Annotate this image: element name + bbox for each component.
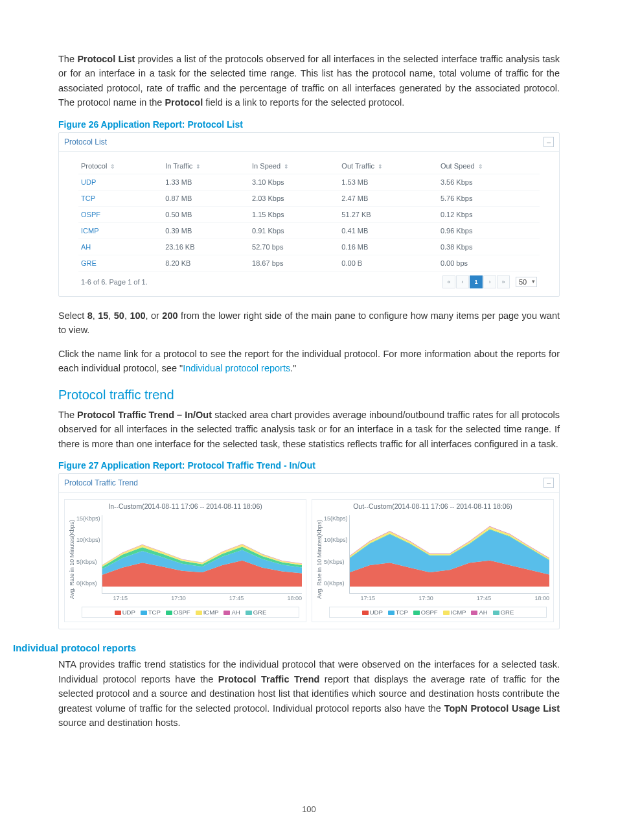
legend-item: UDP [362, 609, 383, 616]
table-row: AH23.16 KB52.70 bps0.16 MB0.38 Kbps [78, 239, 540, 255]
y-tick: 10(Kbps) [324, 537, 348, 543]
individual-reports-heading: Individual protocol reports [13, 642, 560, 653]
cell-out-traffic: 51.27 KB [339, 206, 438, 222]
figure27-caption: Figure 27 Application Report: Protocol T… [58, 460, 560, 471]
legend-swatch [196, 611, 202, 615]
protocol-link[interactable]: TCP [78, 190, 163, 206]
pager-next[interactable]: › [483, 275, 496, 288]
cell-out-traffic: 0.00 B [339, 255, 438, 271]
x-tick: 18:00 [287, 595, 302, 601]
column-header[interactable]: In Speed ⇕ [249, 158, 339, 174]
protocol-traffic-trend-panel: Protocol Traffic Trend – In--Custom(2014… [58, 473, 560, 629]
table-row: GRE8.20 KB18.67 bps0.00 B0.00 bps [78, 255, 540, 271]
legend-item: GRE [493, 609, 514, 616]
cell-out-traffic: 0.41 MB [339, 222, 438, 239]
chart-in: In--Custom(2014-08-11 17:06 -- 2014-08-1… [64, 499, 306, 622]
legend-swatch [246, 611, 252, 615]
cell-out-speed: 0.38 Kbps [438, 239, 540, 255]
legend-swatch [471, 611, 477, 615]
column-header[interactable]: Protocol ⇕ [78, 158, 163, 174]
pager-last[interactable]: » [497, 275, 510, 288]
table-row: OSPF0.50 MB1.15 Kbps51.27 KB0.12 Kbps [78, 206, 540, 222]
legend-item: AH [471, 609, 487, 616]
cell-in-traffic: 0.50 MB [163, 206, 249, 222]
cell-out-speed: 0.96 Kbps [438, 222, 540, 239]
trend-panel-title: Protocol Traffic Trend [64, 478, 138, 487]
individual-reports-link[interactable]: Individual protocol reports [183, 363, 290, 373]
legend-item: TCP [141, 609, 161, 616]
legend-swatch [166, 611, 172, 615]
y-tick: 5(Kbps) [324, 559, 348, 565]
sort-icon: ⇕ [378, 163, 382, 170]
cell-out-traffic: 1.53 MB [339, 174, 438, 190]
x-tick: 17:15 [113, 595, 128, 601]
x-tick: 18:00 [534, 595, 549, 601]
column-header[interactable]: Out Speed ⇕ [438, 158, 540, 174]
intro-paragraph: The Protocol List provides a list of the… [58, 52, 560, 110]
table-row: ICMP0.39 MB0.91 Kbps0.41 MB0.96 Kbps [78, 222, 540, 239]
cell-in-traffic: 8.20 KB [163, 255, 249, 271]
cell-out-traffic: 0.16 MB [339, 239, 438, 255]
cell-in-speed: 1.15 Kbps [249, 206, 339, 222]
legend-swatch [443, 611, 450, 615]
figure26-caption: Figure 26 Application Report: Protocol L… [58, 119, 560, 130]
x-tick: 17:45 [229, 595, 244, 601]
sort-icon: ⇕ [196, 163, 200, 170]
cell-out-speed: 3.56 Kbps [438, 174, 540, 190]
cell-out-speed: 0.00 bps [438, 255, 540, 271]
protocol-link[interactable]: OSPF [78, 206, 163, 222]
pager-current[interactable]: 1 [470, 275, 483, 288]
chart-out: Out--Custom(2014-08-11 17:06 -- 2014-08-… [312, 499, 554, 622]
page-number: 100 [0, 804, 618, 814]
legend-item: ICMP [443, 609, 466, 616]
table-row: UDP1.33 MB3.10 Kbps1.53 MB3.56 Kbps [78, 174, 540, 190]
sort-icon: ⇕ [478, 163, 482, 170]
y-axis-label: Avg. Rate in 10 Minutes(Kbps) [316, 515, 323, 604]
chart-title: In--Custom(2014-08-11 17:06 -- 2014-08-1… [65, 500, 306, 515]
individual-reports-paragraph: NTA provides traffic trend statistics fo… [58, 657, 560, 730]
legend-item: AH [223, 609, 240, 616]
cell-in-speed: 18.67 bps [249, 255, 339, 271]
collapse-icon[interactable]: – [544, 137, 554, 147]
cell-out-speed: 0.12 Kbps [438, 206, 540, 222]
protocol-link[interactable]: GRE [78, 255, 163, 271]
protocol-traffic-trend-heading: Protocol traffic trend [58, 388, 560, 402]
cell-out-speed: 5.76 Kbps [438, 190, 540, 206]
legend-item: OSPF [166, 609, 190, 616]
cell-in-speed: 2.03 Kbps [249, 190, 339, 206]
legend-swatch [493, 611, 499, 615]
y-tick: 0(Kbps) [324, 580, 348, 587]
legend-swatch [413, 611, 420, 615]
legend-item: GRE [246, 609, 267, 616]
legend-item: OSPF [413, 609, 438, 616]
protocol-link[interactable]: UDP [78, 174, 163, 190]
sort-icon: ⇕ [110, 163, 114, 170]
y-tick: 5(Kbps) [76, 559, 100, 565]
legend-item: UDP [115, 609, 135, 616]
plot-area [349, 515, 549, 594]
collapse-icon[interactable]: – [544, 478, 554, 488]
table-range-text: 1-6 of 6. Page 1 of 1. [81, 278, 148, 286]
protocol-list-panel: Protocol List – Protocol ⇕In Traffic ⇕In… [58, 132, 560, 297]
click-paragraph: Click the name link for a protocol to se… [58, 347, 560, 376]
pager: « ‹ 1 › » 50 [442, 275, 537, 288]
plot-area [102, 515, 302, 594]
page-size-select[interactable]: 50 [516, 277, 537, 287]
pager-prev[interactable]: ‹ [456, 275, 469, 288]
protocol-list-title: Protocol List [64, 137, 107, 146]
legend-swatch [115, 611, 121, 615]
x-tick: 17:15 [361, 595, 376, 601]
cell-in-speed: 0.91 Kbps [249, 222, 339, 239]
column-header[interactable]: Out Traffic ⇕ [339, 158, 438, 174]
pager-first[interactable]: « [442, 275, 455, 288]
legend: UDPTCPOSPFICMPAHGRE [82, 607, 299, 618]
protocol-link[interactable]: ICMP [78, 222, 163, 239]
legend-item: TCP [388, 609, 408, 616]
cell-in-traffic: 0.87 MB [163, 190, 249, 206]
x-tick: 17:45 [477, 595, 492, 601]
y-tick: 15(Kbps) [324, 515, 348, 522]
cell-in-speed: 3.10 Kbps [249, 174, 339, 190]
column-header[interactable]: In Traffic ⇕ [163, 158, 249, 174]
cell-out-traffic: 2.47 MB [339, 190, 438, 206]
protocol-link[interactable]: AH [78, 239, 163, 255]
